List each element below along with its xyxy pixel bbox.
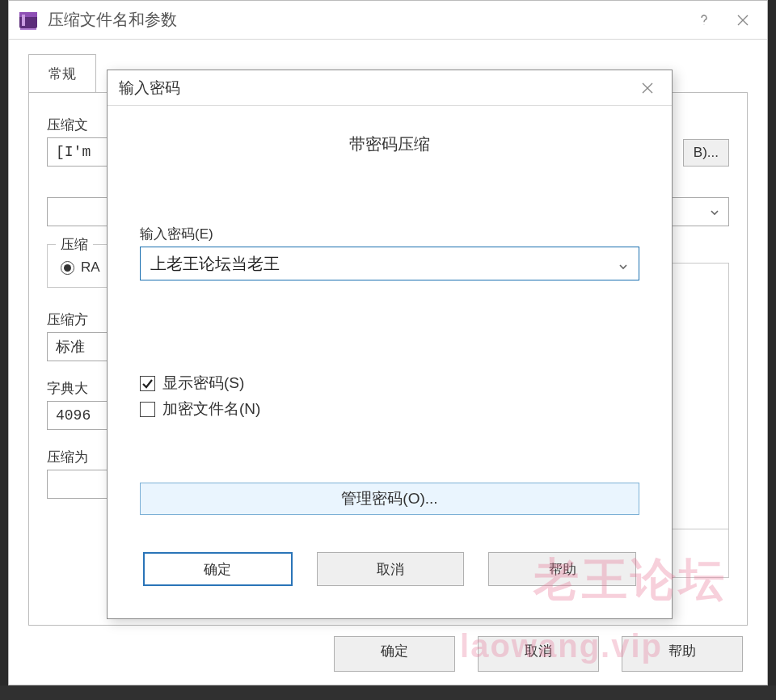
password-label: 输入密码(E) <box>140 225 639 243</box>
password-title: 输入密码 <box>119 78 628 99</box>
close-icon[interactable] <box>723 4 762 36</box>
close-icon[interactable] <box>628 72 667 104</box>
parent-help-button[interactable]: 帮助 <box>622 636 743 672</box>
manage-passwords-button[interactable]: 管理密码(O)... <box>140 483 639 515</box>
password-cancel-button[interactable]: 取消 <box>317 552 465 586</box>
password-heading: 带密码压缩 <box>122 133 657 155</box>
dict-value: 4096 <box>56 407 91 424</box>
dialog-title: 压缩文件名和参数 <box>48 9 685 31</box>
password-input[interactable]: 上老王论坛当老王 <box>140 247 639 280</box>
parent-ok-button[interactable]: 确定 <box>334 636 455 672</box>
encrypt-names-label: 加密文件名(N) <box>162 398 260 420</box>
winrar-icon <box>17 9 40 32</box>
password-dialog: 输入密码 带密码压缩 输入密码(E) 上老王论坛当老王 显示密码(S) 加密文件… <box>107 70 673 619</box>
show-password-label: 显示密码(S) <box>162 373 244 394</box>
archive-name-value: [I'm <box>56 144 91 160</box>
titlebar: 压缩文件名和参数 <box>9 1 767 40</box>
method-value: 标准 <box>56 337 85 356</box>
chevron-down-icon <box>709 206 720 217</box>
show-password-checkbox[interactable]: 显示密码(S) <box>140 373 639 394</box>
checkbox-icon <box>140 402 155 417</box>
password-titlebar: 输入密码 <box>108 70 672 106</box>
format-group-label: 压缩 <box>56 235 93 254</box>
parent-cancel-button[interactable]: 取消 <box>478 636 599 672</box>
radio-icon <box>61 261 74 275</box>
browse-button[interactable]: B)... <box>683 139 729 167</box>
format-rar-label: RA <box>81 259 100 276</box>
password-value: 上老王论坛当老王 <box>150 253 618 275</box>
svg-rect-2 <box>22 15 25 26</box>
help-icon[interactable] <box>685 4 723 36</box>
checkbox-icon <box>140 376 155 391</box>
encrypt-names-checkbox[interactable]: 加密文件名(N) <box>140 398 639 420</box>
password-help-button[interactable]: 帮助 <box>488 552 636 586</box>
password-ok-button[interactable]: 确定 <box>143 552 293 586</box>
tab-general[interactable]: 常规 <box>28 54 96 93</box>
chevron-down-icon <box>618 258 629 269</box>
